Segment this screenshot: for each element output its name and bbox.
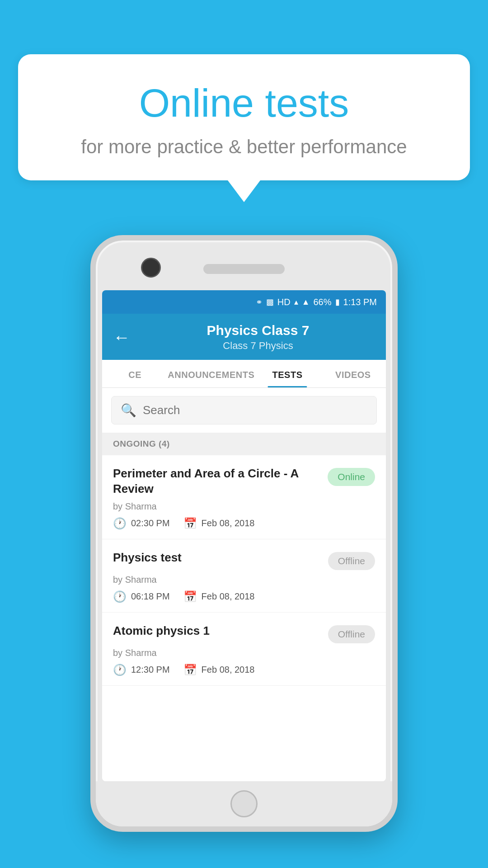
- battery-percent: 66%: [313, 297, 331, 307]
- test-meta: 🕐 12:30 PM 📅 Feb 08, 2018: [113, 664, 375, 676]
- bubble-title: Online tests: [45, 81, 443, 125]
- wifi-icon: ▴: [294, 297, 298, 307]
- test-title: Perimeter and Area of a Circle - A Revie…: [113, 466, 328, 497]
- test-item-header: Perimeter and Area of a Circle - A Revie…: [113, 466, 375, 497]
- clock-icon: 🕐: [113, 517, 127, 530]
- time-meta: 🕐 06:18 PM: [113, 590, 170, 603]
- test-item[interactable]: Atomic physics 1 Offline by Sharma 🕐 12:…: [102, 613, 386, 686]
- date-meta: 📅 Feb 08, 2018: [183, 590, 255, 603]
- test-date: Feb 08, 2018: [202, 518, 255, 528]
- test-title: Atomic physics 1: [113, 623, 328, 639]
- back-button[interactable]: ←: [113, 328, 130, 347]
- tab-announcements[interactable]: ANNOUNCEMENTS: [168, 360, 254, 387]
- test-item[interactable]: Perimeter and Area of a Circle - A Revie…: [102, 455, 386, 539]
- status-badge: Offline: [328, 625, 375, 643]
- promo-bubble: Online tests for more practice & better …: [18, 54, 470, 202]
- test-meta: 🕐 02:30 PM 📅 Feb 08, 2018: [113, 517, 375, 530]
- status-badge: Online: [328, 468, 375, 486]
- search-input[interactable]: [143, 403, 367, 417]
- phone-camera: [141, 258, 161, 278]
- clock-icon: 🕐: [113, 664, 127, 676]
- time-meta: 🕐 12:30 PM: [113, 664, 170, 676]
- time-meta: 🕐 02:30 PM: [113, 517, 170, 530]
- page-subtitle: Class 7 Physics: [223, 340, 293, 352]
- test-date: Feb 08, 2018: [202, 665, 255, 675]
- date-meta: 📅 Feb 08, 2018: [183, 664, 255, 676]
- time-display: 1:13 PM: [343, 297, 377, 307]
- speech-bubble: Online tests for more practice & better …: [18, 54, 470, 180]
- test-item-header: Atomic physics 1 Offline: [113, 623, 375, 643]
- tab-videos[interactable]: VIDEOS: [320, 360, 386, 387]
- tab-tests[interactable]: TESTS: [254, 360, 320, 387]
- test-item[interactable]: Physics test Offline by Sharma 🕐 06:18 P…: [102, 539, 386, 613]
- tab-ce[interactable]: CE: [102, 360, 168, 387]
- calendar-icon: 📅: [183, 590, 197, 603]
- phone-device: ⚭ ▩ HD ▴ ▲ 66% ▮ 1:13 PM ← Physics Class…: [90, 235, 398, 832]
- test-author: by Sharma: [113, 648, 375, 658]
- test-time: 02:30 PM: [131, 518, 170, 528]
- date-meta: 📅 Feb 08, 2018: [183, 517, 255, 530]
- home-button[interactable]: [230, 790, 258, 817]
- bluetooth-icon: ⚭: [256, 297, 263, 307]
- hd-badge: HD: [277, 297, 291, 307]
- signal-icon: ▲: [302, 297, 310, 307]
- clock-icon: 🕐: [113, 590, 127, 603]
- bubble-tail: [228, 180, 260, 202]
- section-header-ongoing: ONGOING (4): [102, 433, 386, 455]
- header-title-block: Physics Class 7 Class 7 Physics: [141, 323, 375, 352]
- page-title: Physics Class 7: [207, 323, 310, 338]
- test-author: by Sharma: [113, 501, 375, 512]
- vibrate-icon: ▩: [266, 297, 274, 307]
- calendar-icon: 📅: [183, 664, 197, 676]
- search-container: 🔍: [102, 388, 386, 433]
- phone-speaker: [203, 264, 285, 274]
- test-time: 06:18 PM: [131, 591, 170, 602]
- battery-icon: ▮: [335, 297, 340, 307]
- search-bar[interactable]: 🔍: [111, 396, 377, 425]
- test-title: Physics test: [113, 550, 328, 566]
- test-item-header: Physics test Offline: [113, 550, 375, 570]
- test-meta: 🕐 06:18 PM 📅 Feb 08, 2018: [113, 590, 375, 603]
- app-header: ← Physics Class 7 Class 7 Physics: [102, 314, 386, 360]
- phone-chin: [96, 781, 392, 826]
- status-badge: Offline: [328, 552, 375, 570]
- calendar-icon: 📅: [183, 517, 197, 530]
- test-list: Perimeter and Area of a Circle - A Revie…: [102, 455, 386, 781]
- phone-screen: ⚭ ▩ HD ▴ ▲ 66% ▮ 1:13 PM ← Physics Class…: [102, 290, 386, 781]
- bubble-subtitle: for more practice & better performance: [45, 136, 443, 158]
- tabs-bar: CE ANNOUNCEMENTS TESTS VIDEOS: [102, 360, 386, 388]
- test-time: 12:30 PM: [131, 665, 170, 675]
- test-author: by Sharma: [113, 575, 375, 585]
- test-date: Feb 08, 2018: [202, 591, 255, 602]
- status-bar-right: ⚭ ▩ HD ▴ ▲ 66% ▮ 1:13 PM: [256, 297, 377, 307]
- phone-wrapper: ⚭ ▩ HD ▴ ▲ 66% ▮ 1:13 PM ← Physics Class…: [27, 235, 461, 868]
- search-icon: 🔍: [121, 403, 136, 418]
- status-bar: ⚭ ▩ HD ▴ ▲ 66% ▮ 1:13 PM: [102, 290, 386, 314]
